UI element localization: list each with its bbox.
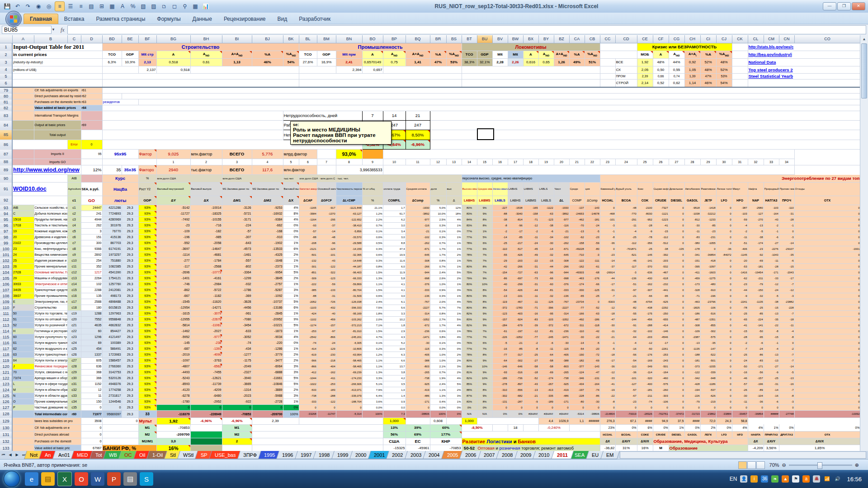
cell[interactable]: 7,9% — [362, 387, 383, 393]
cell[interactable]: доля — [430, 182, 446, 196]
column-header-BY[interactable]: BY — [538, 35, 554, 43]
cell[interactable]: 0 — [794, 334, 860, 340]
cell[interactable]: -145 — [637, 252, 653, 258]
cell[interactable]: 78% — [462, 328, 477, 334]
cell[interactable]: -158 — [569, 240, 585, 246]
cell[interactable]: 2 — [222, 438, 252, 445]
cell[interactable]: 3 — [222, 159, 252, 165]
cell[interactable]: 1,1 — [569, 418, 585, 424]
cell[interactable]: -188,704 — [336, 399, 362, 404]
cell[interactable]: 0 — [716, 334, 732, 340]
cell[interactable] — [430, 111, 860, 120]
cell[interactable]: 85% — [462, 381, 477, 387]
cell[interactable]: 23 — [12, 246, 34, 252]
cell[interactable]: 1% — [446, 222, 462, 228]
cell[interactable] — [383, 149, 794, 159]
cell[interactable]: -174,233 — [336, 375, 362, 381]
cell[interactable]: -267 — [538, 381, 554, 387]
cell[interactable]: -8 — [600, 399, 615, 404]
column-header-CC[interactable]: CC — [600, 35, 615, 43]
row-header-115[interactable]: 115 — [0, 334, 12, 340]
cell[interactable]: -1135 — [748, 299, 764, 305]
cell[interactable]: 0 — [794, 287, 860, 293]
undo-icon[interactable]: ↶ — [13, 2, 22, 11]
row-header-83[interactable]: 83 — [0, 111, 12, 120]
cell[interactable]: 48% — [653, 58, 669, 66]
cell[interactable]: 52 — [12, 322, 34, 328]
cell[interactable]: -2 — [779, 346, 794, 352]
cell[interactable]: 9% — [283, 316, 299, 322]
cell[interactable]: -104 — [748, 393, 764, 399]
cell[interactable]: -922 — [222, 399, 252, 404]
cell[interactable]: -209700 — [156, 431, 190, 438]
cell[interactable]: -174 — [569, 281, 585, 287]
cell[interactable]: -463 — [569, 275, 585, 281]
cell[interactable]: -438 — [637, 305, 653, 310]
cell[interactable]: -501 — [700, 357, 716, 363]
cell[interactable]: -432 — [317, 305, 336, 310]
cell[interactable]: 95x95 — [102, 149, 138, 159]
cell[interactable]: ###### — [585, 418, 600, 424]
cell[interactable]: LABHS — [508, 182, 523, 196]
cell[interactable]: -96 — [317, 240, 336, 246]
cell[interactable]: -1121 — [653, 211, 669, 216]
cell[interactable]: -18325 — [190, 211, 222, 216]
cell[interactable]: -110 — [569, 328, 585, 334]
cell[interactable]: -377 — [569, 363, 585, 369]
cell[interactable]: -1175 — [222, 357, 252, 363]
cell[interactable]: -14271 — [190, 305, 222, 310]
cell[interactable]: Природный газ — [764, 182, 779, 196]
cell[interactable] — [102, 120, 283, 130]
cell[interactable]: 7% — [477, 334, 492, 340]
cell[interactable] — [732, 66, 748, 73]
cell[interactable]: БАНКИ РФ, % — [102, 445, 156, 451]
cell[interactable]: -2043 — [779, 269, 794, 275]
cell[interactable]: 5% — [283, 269, 299, 275]
cell[interactable]: 0 — [508, 404, 523, 410]
cell[interactable]: 4,1 — [383, 287, 406, 293]
cell[interactable]: тыс.фактор — [190, 165, 222, 174]
cell[interactable]: 0 — [156, 404, 190, 410]
cell[interactable]: 1,0% — [430, 352, 446, 357]
zoom-level[interactable]: 70% — [769, 462, 779, 468]
cell[interactable]: 24 — [12, 252, 34, 258]
cell[interactable]: -11727 — [156, 211, 190, 216]
cell[interactable]: -25 — [637, 246, 653, 252]
cell[interactable]: 71977 — [81, 410, 102, 418]
cell[interactable]: 0% — [684, 424, 700, 431]
cell[interactable]: A — [156, 51, 190, 58]
cell[interactable]: 29,3 — [122, 381, 138, 387]
cell[interactable]: -30 — [732, 393, 748, 399]
cell[interactable]: 0 — [336, 404, 362, 410]
cell[interactable]: ΔL=ΣMP — [336, 196, 362, 205]
cell[interactable]: 4 — [252, 159, 283, 165]
cell[interactable]: Кокс, нефтепродукты и — [34, 246, 67, 252]
cell[interactable]: %AIND — [585, 51, 600, 58]
cell[interactable]: -1931 — [794, 246, 860, 252]
cell[interactable]: 2412081 — [102, 287, 122, 293]
cell[interactable]: 0 — [669, 281, 684, 287]
cell[interactable]: c2 — [67, 211, 81, 216]
column-header-BG[interactable]: BG — [156, 35, 190, 43]
cell[interactable]: -64 — [492, 357, 508, 363]
cell[interactable] — [794, 159, 860, 165]
cell[interactable]: -110 — [492, 246, 508, 252]
cell[interactable]: -385 — [299, 287, 317, 293]
cell[interactable]: -10155 — [190, 216, 222, 222]
cell[interactable]: -1314 — [222, 387, 252, 393]
cell[interactable]: 3% — [446, 393, 462, 399]
cell[interactable]: 0% — [446, 340, 462, 346]
cell[interactable]: -48 — [615, 205, 637, 211]
cell[interactable]: М1 — [138, 424, 156, 431]
cell[interactable]: -52 — [523, 375, 538, 381]
cell[interactable]: -307 — [222, 234, 252, 240]
cell[interactable]: 6% — [637, 424, 653, 431]
cell[interactable]: J — [12, 363, 34, 369]
cell[interactable] — [102, 424, 138, 431]
cell[interactable]: Purchases on the domestic territory b — [34, 99, 81, 105]
cell[interactable]: 0 — [794, 252, 860, 258]
cell[interactable]: -70853 — [430, 445, 462, 451]
cell[interactable]: -18 — [779, 316, 794, 322]
cell[interactable]: c21 — [67, 322, 81, 328]
cell[interactable]: 76% — [462, 287, 477, 293]
